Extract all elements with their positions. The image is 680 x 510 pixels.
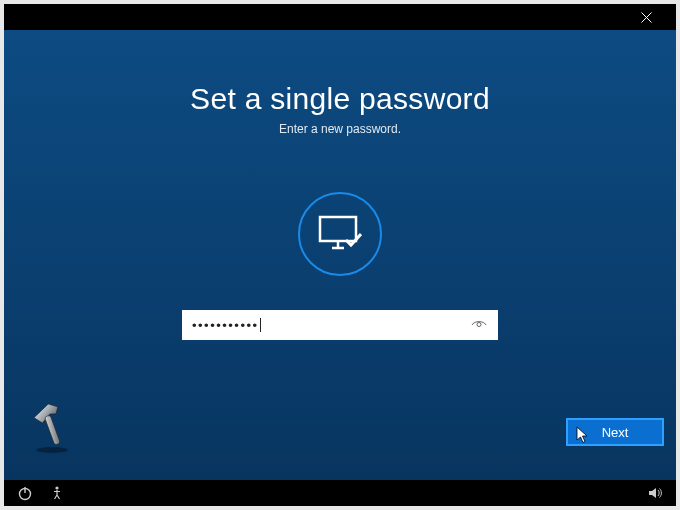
svg-rect-2 (320, 217, 356, 241)
accessibility-icon (49, 485, 65, 501)
password-masked-value: ••••••••••• (192, 318, 259, 333)
ease-of-access-button[interactable] (48, 484, 66, 502)
svg-point-5 (477, 323, 481, 327)
eye-icon (471, 319, 487, 331)
close-button[interactable] (626, 4, 666, 30)
monitor-check-icon (318, 214, 362, 254)
hammer-icon (24, 398, 80, 454)
close-icon (641, 12, 652, 23)
next-button-label: Next (602, 425, 629, 440)
power-icon (17, 485, 33, 501)
svg-point-7 (36, 447, 68, 453)
feature-icon-circle (298, 192, 382, 276)
volume-button[interactable] (646, 484, 664, 502)
titlebar (4, 4, 676, 30)
page-subtitle: Enter a new password. (279, 122, 401, 136)
content-area: Set a single password Enter a new passwo… (4, 30, 676, 480)
password-input-wrapper[interactable]: ••••••••••• (182, 310, 498, 340)
password-input[interactable]: ••••••••••• (192, 318, 468, 333)
power-button[interactable] (16, 484, 34, 502)
svg-rect-6 (44, 415, 60, 445)
svg-point-10 (55, 486, 58, 489)
text-caret (260, 318, 261, 332)
next-button[interactable]: Next (566, 418, 664, 446)
reveal-password-button[interactable] (468, 314, 490, 336)
bottom-bar (4, 480, 676, 506)
volume-icon (647, 485, 663, 501)
page-title: Set a single password (190, 82, 490, 116)
